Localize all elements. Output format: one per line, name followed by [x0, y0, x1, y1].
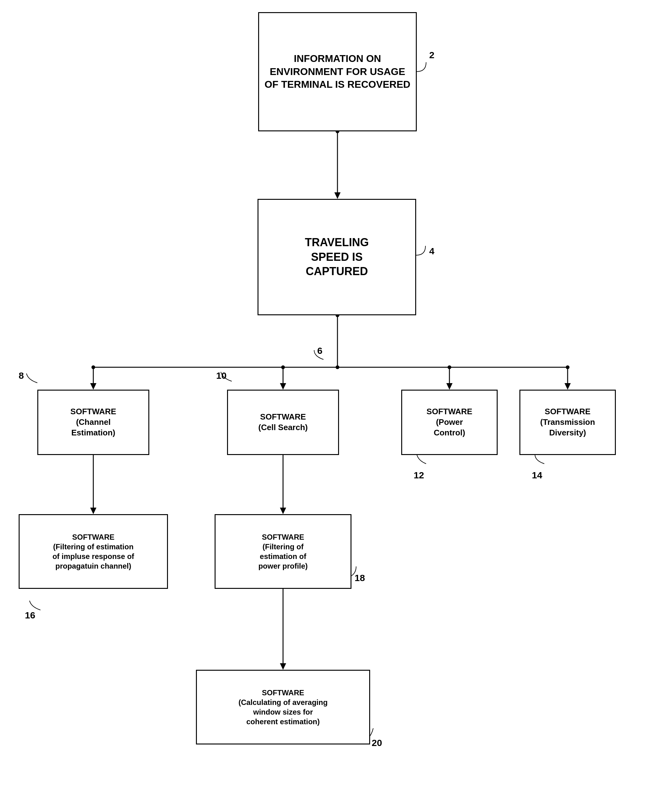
box-cell-search: SOFTWARE(Cell Search) — [227, 390, 339, 455]
label-18: 18 — [355, 573, 365, 583]
svg-point-6 — [335, 365, 339, 369]
box-channel-estimation: SOFTWARE(ChannelEstimation) — [37, 390, 149, 455]
label-16: 16 — [25, 610, 35, 621]
svg-point-12 — [281, 365, 285, 369]
diagram-container: INFORMATION ON ENVIRONMENT FOR USAGE OF … — [0, 0, 646, 812]
label-12: 12 — [414, 470, 424, 481]
label-10: 10 — [216, 370, 226, 381]
label-6: 6 — [317, 345, 323, 356]
svg-marker-17 — [565, 383, 571, 390]
box-power-control: SOFTWARE(PowerControl) — [401, 390, 498, 455]
label-2: 2 — [429, 50, 434, 60]
svg-marker-11 — [280, 383, 286, 390]
svg-marker-8 — [90, 383, 96, 390]
box-averaging-window: SOFTWARE(Calculating of averagingwindow … — [196, 670, 370, 745]
box-filtering-power: SOFTWARE(Filtering ofestimation ofpower … — [215, 514, 352, 589]
box-traveling-speed: TRAVELINGSPEED ISCAPTURED — [257, 199, 416, 315]
svg-point-18 — [566, 365, 570, 369]
label-14: 14 — [532, 470, 542, 481]
box-filtering-channel: SOFTWARE(Filtering of estimationof implu… — [19, 514, 168, 589]
label-4: 4 — [429, 246, 434, 256]
svg-marker-20 — [90, 508, 96, 514]
box-info-environment: INFORMATION ON ENVIRONMENT FOR USAGE OF … — [258, 12, 417, 131]
svg-point-15 — [448, 365, 451, 369]
box-transmission-diversity: SOFTWARE(TransmissionDiversity) — [520, 390, 616, 455]
label-8: 8 — [19, 370, 24, 381]
svg-marker-14 — [446, 383, 453, 390]
svg-marker-1 — [334, 192, 341, 199]
svg-marker-24 — [280, 663, 286, 670]
label-20: 20 — [372, 737, 382, 748]
svg-marker-22 — [280, 508, 286, 514]
svg-point-9 — [91, 365, 95, 369]
